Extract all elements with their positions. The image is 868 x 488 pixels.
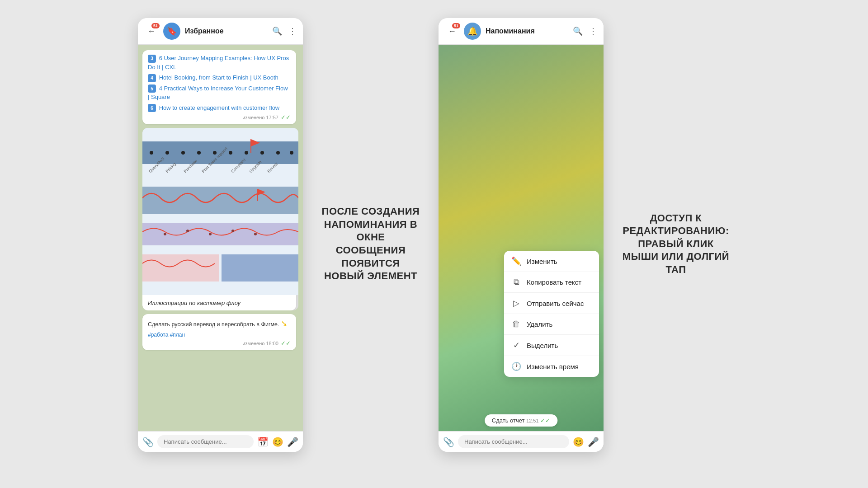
svg-rect-21 (142, 187, 298, 214)
back-button[interactable]: ← 51 (144, 24, 159, 38)
flow-chart-svg: Query/PoS Pricing Purchase Post Sales su… (142, 128, 298, 295)
svg-rect-31 (222, 254, 298, 282)
svg-point-29 (254, 233, 257, 235)
svg-point-28 (231, 230, 234, 232)
menu-item-copy[interactable]: ⧉ Копировать текст (504, 272, 599, 293)
report-button[interactable]: Сдать отчет 12:51 ✓✓ (485, 414, 557, 427)
right-chat-body: ✏️ Изменить ⧉ Копировать текст ▷ Отправи… (439, 45, 604, 431)
svg-point-8 (245, 151, 248, 155)
arrow-icon: ➘ (281, 319, 288, 328)
menu-item-send-label: Отправить сейчас (527, 300, 584, 307)
right-phone: ← 51 🔔 Напоминания 🔍 ⋮ ✏️ Изменить ⧉ (439, 18, 604, 452)
left-phone: ← 51 🔖 Избранное 🔍 ⋮ 3 6 User Journey Ma… (138, 18, 303, 452)
svg-point-6 (213, 151, 217, 155)
right-phone-header: ← 51 🔔 Напоминания 🔍 ⋮ (439, 18, 604, 45)
left-phone-header: ← 51 🔖 Избранное 🔍 ⋮ (138, 18, 303, 45)
right-input-bar[interactable]: 📎 😊 🎤 (439, 431, 604, 452)
search-icon[interactable]: 🔍 (272, 26, 282, 36)
check-icon-2: ✓✓ (281, 340, 291, 347)
right-back-button[interactable]: ← 51 (445, 24, 459, 38)
menu-item-select-label: Выделить (527, 342, 558, 349)
menu-item-delete[interactable]: 🗑 Удалить (504, 314, 599, 335)
chat-title-right: Напоминания (486, 27, 568, 35)
menu-item-copy-label: Копировать текст (527, 278, 581, 286)
svg-point-11 (290, 151, 293, 155)
svg-point-10 (276, 151, 280, 155)
check-icon-1: ✓✓ (281, 114, 291, 121)
right-attach-icon[interactable]: 📎 (443, 436, 454, 447)
caption-text: Иллюстрации по кастомер флоу (148, 300, 241, 306)
message-meta-1: изменено 17:57 ✓✓ (148, 114, 291, 121)
report-time: 12:51 (526, 418, 539, 423)
svg-point-5 (197, 151, 201, 155)
menu-item-edit[interactable]: ✏️ Изменить (504, 251, 599, 272)
svg-point-2 (150, 151, 153, 155)
emoji-icon[interactable]: 😊 (272, 436, 283, 447)
svg-point-27 (209, 233, 212, 235)
right-message-input[interactable] (458, 435, 569, 448)
svg-point-4 (181, 151, 185, 155)
tags-text: #работа #план (148, 332, 291, 338)
left-annotation: ПОСЛЕ СОЗДАНИЯ НАПОМИНАНИЯ В ОКНЕ СООБЩЕ… (321, 205, 420, 283)
message-time-1: изменено 17:57 (242, 115, 278, 120)
right-annotation-text: ДОСТУП К РЕДАКТИРОВАНИЮ: ПРАВЫЙ КЛИК МЫШ… (622, 212, 730, 277)
svg-rect-30 (142, 254, 219, 282)
task-message-bubble: Сделать русский перевод и пересобрать в … (142, 314, 296, 350)
svg-point-7 (229, 151, 232, 155)
task-text: Сделать русский перевод и пересобрать в … (148, 318, 291, 330)
edit-icon: ✏️ (511, 256, 521, 266)
avatar-right: 🔔 (464, 23, 481, 40)
svg-point-9 (260, 151, 264, 155)
flow-chart: Query/PoS Pricing Purchase Post Sales su… (142, 128, 298, 295)
delete-icon: 🗑 (511, 319, 521, 329)
left-input-bar[interactable]: 📎 📅 😊 🎤 (138, 431, 303, 452)
select-icon: ✓ (511, 340, 521, 350)
chat-title-left: Избранное (185, 27, 268, 35)
menu-item-delete-label: Удалить (527, 320, 552, 328)
menu-item-edit-label: Изменить (527, 258, 557, 265)
right-mic-icon[interactable]: 🎤 (588, 436, 599, 447)
clock-icon: 🕐 (511, 361, 521, 371)
list-item: 4 Hotel Booking, from Start to Finish | … (148, 73, 291, 82)
svg-point-3 (165, 151, 169, 155)
right-search-icon[interactable]: 🔍 (573, 26, 583, 36)
list-item: 6 How to create engagement with customer… (148, 103, 291, 113)
right-menu-icon[interactable]: ⋮ (589, 26, 597, 36)
report-check-icon: ✓✓ (540, 417, 550, 424)
left-message-input[interactable] (157, 435, 254, 448)
links-message-bubble: 3 6 User Journey Mapping Examples: How U… (142, 50, 296, 124)
right-annotation: ДОСТУП К РЕДАКТИРОВАНИЮ: ПРАВЫЙ КЛИК МЫШ… (622, 212, 730, 277)
report-button-label: Сдать отчет (492, 417, 525, 424)
menu-item-send[interactable]: ▷ Отправить сейчас (504, 293, 599, 314)
list-item: 5 4 Practical Ways to Increase Your Cust… (148, 84, 291, 102)
svg-point-25 (164, 233, 166, 235)
image-caption-bubble: Иллюстрации по кастомер флоу (142, 295, 296, 310)
message-time-2: изменено 18:00 (242, 341, 278, 346)
menu-item-change-time[interactable]: 🕐 Изменить время (504, 356, 599, 377)
main-container: ← 51 🔖 Избранное 🔍 ⋮ 3 6 User Journey Ma… (0, 0, 868, 488)
calendar-icon[interactable]: 📅 (257, 436, 269, 447)
message-meta-2: изменено 18:00 ✓✓ (148, 340, 291, 347)
send-icon: ▷ (511, 298, 521, 308)
avatar-left: 🔖 (163, 23, 180, 40)
back-badge: 51 (151, 23, 160, 28)
right-back-badge: 51 (452, 23, 460, 28)
menu-item-time-label: Изменить время (527, 363, 579, 371)
menu-item-select[interactable]: ✓ Выделить (504, 335, 599, 356)
left-chat-body: 3 6 User Journey Mapping Examples: How U… (138, 45, 303, 431)
customer-flow-image: Query/PoS Pricing Purchase Post Sales su… (142, 128, 298, 310)
left-annotation-text: ПОСЛЕ СОЗДАНИЯ НАПОМИНАНИЯ В ОКНЕ СООБЩЕ… (321, 205, 420, 283)
mic-icon[interactable]: 🎤 (287, 436, 298, 447)
context-menu: ✏️ Изменить ⧉ Копировать текст ▷ Отправи… (504, 251, 599, 377)
header-icons-left: 🔍 ⋮ (272, 26, 297, 36)
copy-icon: ⧉ (511, 277, 521, 287)
right-header-icons: 🔍 ⋮ (573, 26, 597, 36)
list-item: 3 6 User Journey Mapping Examples: How U… (148, 54, 291, 71)
right-emoji-icon[interactable]: 😊 (573, 436, 584, 447)
attach-icon[interactable]: 📎 (142, 436, 154, 447)
svg-point-26 (186, 230, 189, 232)
link-list: 3 6 User Journey Mapping Examples: How U… (148, 54, 291, 112)
menu-icon[interactable]: ⋮ (288, 26, 297, 36)
